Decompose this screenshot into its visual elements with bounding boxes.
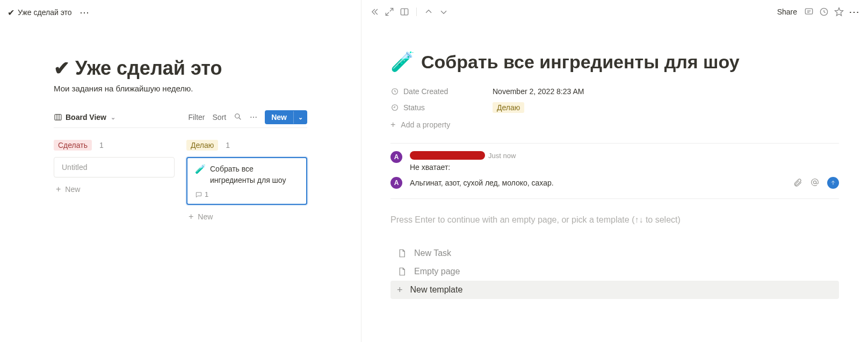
prop-label: Date Created — [403, 87, 448, 96]
next-icon[interactable] — [438, 6, 449, 17]
peek-mode-icon[interactable] — [399, 6, 410, 17]
avatar: A — [390, 151, 402, 163]
send-button[interactable] — [827, 177, 839, 189]
card-comment-count: 1 — [205, 190, 208, 198]
new-button-label: New — [265, 110, 293, 124]
prev-icon[interactable] — [423, 6, 434, 17]
attach-icon[interactable] — [793, 177, 802, 189]
page-icon — [397, 248, 407, 258]
breadcrumb: ✔ Уже сделай это ⋯ — [0, 0, 361, 25]
card-emoji-icon: 🧪 — [195, 163, 206, 175]
property-date-created[interactable]: Date Created November 2, 2022 8:23 AM — [390, 84, 839, 99]
prop-value: November 2, 2022 8:23 AM — [493, 87, 584, 96]
favorite-icon[interactable] — [834, 6, 844, 17]
template-hint: Press Enter to continue with an empty pa… — [390, 215, 839, 225]
detail-title[interactable]: Собрать все ингредиенты для шоу — [421, 52, 740, 73]
template-new-template[interactable]: + New template — [390, 281, 839, 299]
page-subtitle[interactable]: Мои задания на ближайшую неделю. — [54, 84, 307, 93]
separator — [416, 8, 417, 16]
page-icon — [397, 267, 407, 276]
svg-line-6 — [386, 12, 389, 16]
check-icon: ✔ — [8, 8, 15, 18]
board-column-doing: Делаю 1 🧪 Собрать все ингредиенты для шо… — [186, 140, 307, 224]
add-card-label: New — [198, 212, 213, 221]
view-name: Board View — [66, 113, 106, 122]
add-card-label: New — [65, 185, 80, 194]
svg-rect-9 — [805, 9, 812, 14]
card-title: Untitled — [62, 163, 87, 172]
mention-icon[interactable] — [810, 177, 820, 189]
search-icon[interactable] — [234, 112, 242, 123]
board-icon — [54, 113, 62, 122]
card-untitled[interactable]: Untitled — [54, 157, 175, 177]
comment-text: Не хватает: — [410, 163, 839, 172]
clock-icon — [390, 87, 399, 96]
template-new-task[interactable]: New Task — [390, 244, 839, 262]
card-ingredients[interactable]: 🧪 Собрать все ингредиенты для шоу 1 — [186, 157, 307, 205]
sort-button[interactable]: Sort — [213, 113, 227, 122]
comment: A Just now Не хватает: — [390, 151, 839, 172]
prop-value-tag: Делаю — [493, 102, 524, 113]
page-title[interactable]: Уже сделай это — [75, 57, 222, 80]
page-emoji-icon[interactable]: 🧪 — [390, 51, 415, 73]
breadcrumb-more-icon[interactable]: ⋯ — [79, 6, 90, 18]
column-count: 1 — [99, 141, 104, 149]
add-property-button[interactable]: + Add a property — [390, 116, 839, 133]
page-more-icon[interactable]: ⋯ — [849, 5, 860, 18]
page-icon-check[interactable]: ✔ — [54, 57, 70, 80]
comment-author-redacted — [410, 151, 485, 160]
property-status[interactable]: Status Делаю — [390, 99, 839, 116]
expand-icon[interactable] — [384, 6, 395, 17]
template-label: New template — [410, 285, 463, 295]
svg-point-3 — [235, 113, 240, 118]
new-button-dropdown[interactable]: ⌄ — [293, 111, 307, 124]
column-tag[interactable]: Сделать — [54, 140, 92, 151]
breadcrumb-title[interactable]: Уже сделай это — [18, 8, 72, 17]
new-button[interactable]: New ⌄ — [265, 110, 307, 124]
share-button[interactable]: Share — [777, 8, 797, 16]
template-label: New Task — [414, 248, 451, 258]
status-icon — [390, 103, 399, 112]
view-more-icon[interactable]: ⋯ — [250, 113, 257, 122]
svg-point-16 — [813, 181, 816, 183]
add-card-button[interactable]: + New — [54, 182, 175, 197]
avatar: A — [390, 177, 402, 189]
chevron-down-icon: ⌄ — [111, 114, 115, 121]
svg-line-4 — [239, 117, 241, 119]
plus-icon: + — [56, 185, 61, 194]
prop-label: Status — [403, 103, 425, 112]
comments-icon[interactable] — [804, 6, 814, 17]
template-empty-page[interactable]: Empty page — [390, 262, 839, 281]
column-count: 1 — [226, 141, 230, 149]
divider — [390, 143, 839, 144]
column-tag[interactable]: Делаю — [186, 140, 218, 151]
comment-icon — [195, 191, 202, 198]
comment-time: Just now — [488, 152, 516, 160]
card-title: Собрать все ингредиенты для шоу — [210, 163, 299, 186]
template-label: Empty page — [414, 267, 460, 276]
comment-input-row: A Альгинат, азот, сухой лед, молоко, сах… — [390, 177, 839, 189]
add-property-label: Add a property — [401, 120, 450, 129]
comment-input[interactable]: Альгинат, азот, сухой лед, молоко, сахар… — [410, 179, 785, 187]
plus-icon: + — [189, 212, 193, 221]
svg-rect-0 — [55, 115, 61, 120]
board-column-todo: Сделать 1 Untitled + New — [54, 140, 175, 224]
svg-line-5 — [390, 8, 393, 11]
plus-icon: + — [390, 120, 395, 129]
collapse-icon[interactable] — [369, 6, 380, 17]
updates-icon[interactable] — [819, 6, 829, 17]
add-card-button[interactable]: + New — [186, 209, 307, 224]
filter-button[interactable]: Filter — [188, 113, 205, 122]
svg-marker-13 — [835, 8, 843, 16]
view-switcher[interactable]: Board View ⌄ — [54, 113, 115, 122]
divider — [390, 198, 839, 199]
plus-icon: + — [397, 285, 403, 295]
